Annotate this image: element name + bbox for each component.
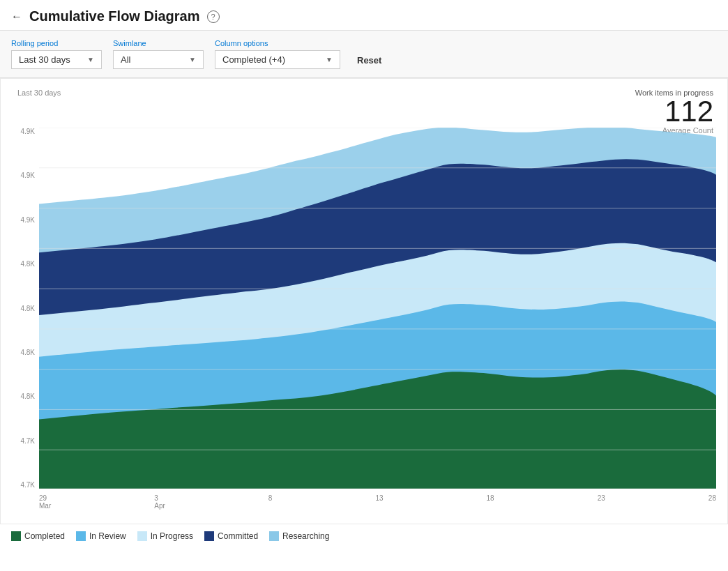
x-label-3apr: 3 Apr (154, 494, 165, 510)
rolling-period-dropdown[interactable]: Last 30 days ▼ (11, 50, 102, 69)
y-label-7: 4.8K (1, 393, 39, 400)
x-label-29mar: 29 Mar (39, 494, 51, 510)
controls-bar: Rolling period Last 30 days ▼ Swimlane A… (0, 31, 728, 78)
in-review-label: In Review (89, 531, 126, 541)
x-axis: 29 Mar 3 Apr 8 13 18 23 28 (39, 494, 716, 510)
y-label-6: 4.8K (1, 349, 39, 356)
help-icon[interactable]: ? (207, 10, 220, 23)
legend-in-review[interactable]: In Review (76, 531, 126, 541)
reset-button[interactable]: Reset (351, 52, 387, 68)
rolling-period-label: Rolling period (11, 39, 102, 47)
y-axis: 4.9K 4.9K 4.9K 4.8K 4.8K 4.8K 4.8K 4.7K … (1, 128, 39, 489)
y-label-4: 4.8K (1, 260, 39, 268)
rolling-period-value: Last 30 days (19, 54, 70, 65)
in-progress-label: In Progress (151, 531, 193, 541)
column-options-group: Column options Completed (+4) ▼ (215, 39, 340, 69)
swimlane-value: All (121, 54, 130, 65)
chart-area (39, 128, 716, 489)
x-label-8: 8 (268, 494, 273, 510)
swimlane-dropdown[interactable]: All ▼ (113, 50, 204, 69)
chart-svg (39, 128, 716, 489)
chart-stats-count: 112 (635, 97, 713, 126)
rolling-period-arrow: ▼ (87, 56, 94, 63)
chart-container: Last 30 days Work items in progress 112 … (0, 78, 728, 524)
column-options-arrow: ▼ (326, 56, 333, 63)
x-label-13: 13 (375, 494, 383, 510)
swimlane-arrow: ▼ (189, 56, 196, 63)
x-label-28: 28 (708, 494, 716, 510)
in-progress-swatch (137, 531, 147, 541)
legend-in-progress[interactable]: In Progress (137, 531, 193, 541)
swimlane-label: Swimlane (113, 39, 204, 47)
y-label-8: 4.7K (1, 437, 39, 445)
y-label-1: 4.9K (1, 128, 39, 135)
y-label-5: 4.8K (1, 305, 39, 312)
page-title: Cumulative Flow Diagram (29, 8, 200, 24)
x-label-18: 18 (487, 494, 494, 510)
legend-committed[interactable]: Committed (204, 531, 258, 541)
chart-period-label: Last 30 days (17, 89, 61, 97)
legend-researching[interactable]: Researching (269, 531, 329, 541)
x-label-23: 23 (598, 494, 605, 510)
column-options-label: Column options (215, 39, 340, 47)
chart-legend: Completed In Review In Progress Committe… (0, 524, 728, 548)
column-options-dropdown[interactable]: Completed (+4) ▼ (215, 50, 340, 69)
completed-swatch (11, 531, 21, 541)
column-options-value: Completed (+4) (222, 54, 285, 65)
completed-label: Completed (24, 531, 65, 541)
researching-label: Researching (282, 531, 329, 541)
committed-label: Committed (218, 531, 258, 541)
committed-swatch (204, 531, 214, 541)
y-label-9: 4.7K (1, 481, 39, 489)
swimlane-group: Swimlane All ▼ (113, 39, 204, 69)
researching-swatch (269, 531, 279, 541)
legend-completed[interactable]: Completed (11, 531, 65, 541)
rolling-period-group: Rolling period Last 30 days ▼ (11, 39, 102, 69)
y-label-2: 4.9K (1, 172, 39, 179)
y-label-3: 4.9K (1, 216, 39, 224)
back-button[interactable]: ← (11, 10, 22, 23)
in-review-swatch (76, 531, 86, 541)
